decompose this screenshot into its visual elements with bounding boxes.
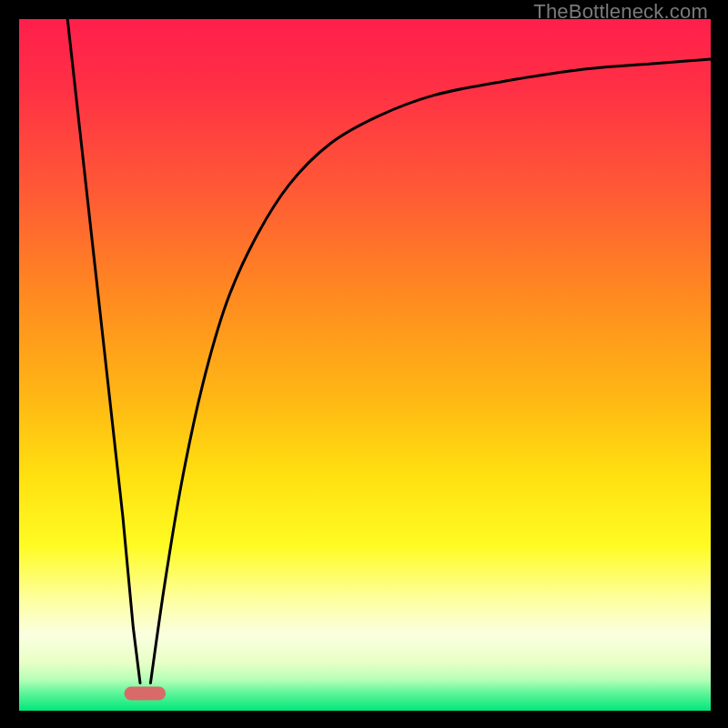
watermark-label: TheBottleneck.com: [533, 0, 708, 24]
minimum-marker-pill: [125, 686, 167, 700]
minimum-marker: [125, 686, 167, 700]
chart-frame: [19, 19, 711, 711]
bottleneck-chart: [19, 19, 711, 711]
